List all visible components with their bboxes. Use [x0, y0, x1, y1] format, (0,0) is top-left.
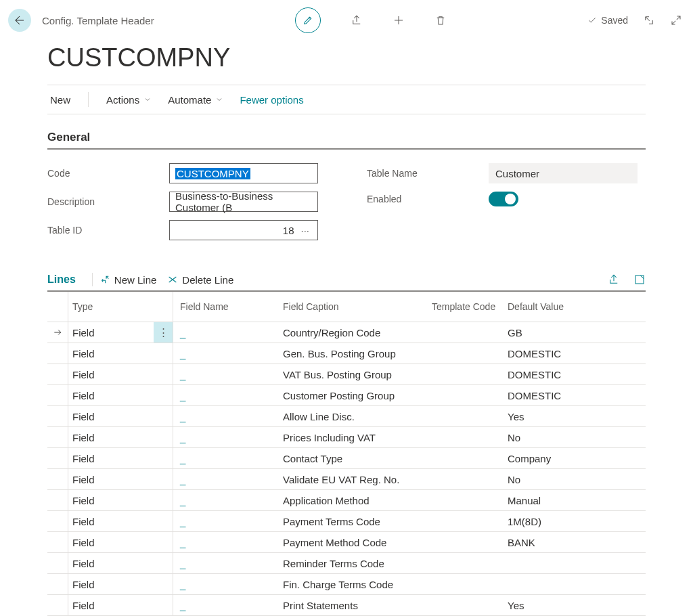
cell-field-caption[interactable]: Prices Including VAT — [282, 432, 432, 443]
col-template-code[interactable]: Template Code — [432, 301, 506, 312]
table-row[interactable]: Field⋮_ Customer Posting GroupDOMESTIC — [47, 385, 646, 406]
lines-expand-button[interactable] — [633, 273, 646, 286]
table-row[interactable]: Field⋮_ Contact TypeCompany — [47, 448, 646, 469]
share-button[interactable] — [351, 14, 363, 26]
row-selector[interactable] — [47, 448, 68, 468]
cell-field-caption[interactable]: Validate EU VAT Reg. No. — [282, 474, 432, 485]
row-menu[interactable]: ⋮ — [154, 322, 173, 343]
cell-field-caption[interactable]: Contact Type — [282, 453, 432, 464]
col-field-name[interactable]: Field Name — [173, 301, 282, 312]
cell-type[interactable]: Field — [68, 474, 154, 485]
row-menu[interactable]: ⋮ — [154, 574, 173, 594]
cell-default-value[interactable]: DOMESTIC — [506, 348, 646, 359]
row-menu[interactable]: ⋮ — [154, 385, 173, 405]
expand-button[interactable] — [670, 14, 682, 26]
cell-type[interactable]: Field — [68, 537, 154, 548]
cell-default-value[interactable]: Company — [506, 453, 646, 464]
cell-field-name[interactable]: _ — [173, 558, 282, 569]
cell-field-caption[interactable]: VAT Bus. Posting Group — [282, 369, 432, 380]
row-selector[interactable] — [47, 406, 68, 426]
cell-type[interactable]: Field — [68, 369, 154, 380]
table-row[interactable]: Field⋮_ Payment Method CodeBANK — [47, 532, 646, 553]
cell-type[interactable]: Field — [68, 390, 154, 401]
lines-delete-line[interactable]: Delete Line — [167, 274, 233, 286]
cell-field-name[interactable]: _ — [173, 474, 282, 485]
row-menu[interactable]: ⋮ — [154, 427, 173, 447]
edit-button[interactable] — [295, 7, 321, 33]
back-button[interactable] — [8, 9, 31, 32]
lookup-button[interactable]: ··· — [298, 225, 312, 236]
col-default-value[interactable]: Default Value — [506, 301, 646, 312]
cell-type[interactable]: Field — [68, 516, 154, 527]
row-menu[interactable]: ⋮ — [154, 595, 173, 615]
cmd-automate[interactable]: Automate — [168, 94, 223, 106]
new-button[interactable] — [393, 14, 405, 26]
table-row[interactable]: Field⋮_ Print StatementsYes — [47, 595, 646, 616]
cell-type[interactable]: Field — [68, 432, 154, 443]
table-row[interactable]: Field⋮_ VAT Bus. Posting GroupDOMESTIC — [47, 364, 646, 385]
row-selector[interactable] — [47, 553, 68, 573]
table-row[interactable]: Field⋮_ Payment Terms Code1M(8D) — [47, 511, 646, 532]
table-row[interactable]: Field⋮_ Allow Line Disc.Yes — [47, 406, 646, 427]
cell-field-caption[interactable]: Fin. Charge Terms Code — [282, 579, 432, 590]
cell-default-value[interactable]: GB — [506, 327, 646, 338]
row-menu[interactable]: ⋮ — [154, 448, 173, 468]
cell-field-caption[interactable]: Payment Method Code — [282, 537, 432, 548]
table-id-input[interactable]: 18 ··· — [169, 220, 318, 240]
table-row[interactable]: Field⋮_ Reminder Terms Code — [47, 553, 646, 574]
cell-type[interactable]: Field — [68, 558, 154, 569]
row-menu[interactable]: ⋮ — [154, 532, 173, 552]
row-menu[interactable]: ⋮ — [154, 364, 173, 384]
description-input[interactable]: Business-to-Business Customer (B — [169, 192, 318, 212]
cell-field-name[interactable]: _ — [173, 390, 282, 401]
cell-field-caption[interactable]: Gen. Bus. Posting Group — [282, 348, 432, 359]
row-selector[interactable] — [47, 427, 68, 447]
cmd-fewer-options[interactable]: Fewer options — [240, 94, 303, 106]
lines-new-line[interactable]: New Line — [99, 274, 157, 286]
row-selector[interactable] — [47, 511, 68, 531]
cell-field-caption[interactable]: Customer Posting Group — [282, 390, 432, 401]
cmd-actions[interactable]: Actions — [106, 94, 152, 106]
enabled-toggle[interactable] — [489, 192, 518, 206]
table-row[interactable]: Field⋮_ Fin. Charge Terms Code — [47, 574, 646, 595]
cell-type[interactable]: Field — [68, 453, 154, 464]
cell-field-name[interactable]: _ — [173, 348, 282, 359]
table-row[interactable]: Field⋮_ Prices Including VATNo — [47, 427, 646, 448]
table-row[interactable]: Field⋮_ Gen. Bus. Posting GroupDOMESTIC — [47, 343, 646, 364]
cell-default-value[interactable]: No — [506, 474, 646, 485]
cell-field-caption[interactable]: Allow Line Disc. — [282, 411, 432, 422]
cell-type[interactable]: Field — [68, 600, 154, 611]
delete-button[interactable] — [434, 14, 447, 26]
row-selector[interactable] — [47, 364, 68, 384]
cell-default-value[interactable]: Manual — [506, 495, 646, 506]
cell-field-caption[interactable]: Print Statements — [282, 600, 432, 611]
row-selector[interactable] — [47, 322, 68, 343]
row-menu[interactable]: ⋮ — [154, 406, 173, 426]
cell-field-name[interactable]: _ — [173, 369, 282, 380]
row-selector[interactable] — [47, 595, 68, 615]
cell-type[interactable]: Field — [68, 495, 154, 506]
cell-field-name[interactable]: _ — [173, 411, 282, 422]
cell-field-name[interactable]: _ — [173, 453, 282, 464]
row-menu[interactable]: ⋮ — [154, 343, 173, 364]
cell-field-name[interactable]: _ — [173, 579, 282, 590]
cell-field-name[interactable]: _ — [173, 600, 282, 611]
cell-default-value[interactable]: Yes — [506, 411, 646, 422]
cell-field-name[interactable]: _ — [173, 432, 282, 443]
row-menu[interactable]: ⋮ — [154, 511, 173, 531]
popout-button[interactable] — [643, 14, 655, 26]
cell-default-value[interactable]: DOMESTIC — [506, 390, 646, 401]
cell-field-caption[interactable]: Reminder Terms Code — [282, 558, 432, 569]
cell-field-name[interactable]: _ — [173, 516, 282, 527]
cmd-new[interactable]: New — [50, 94, 70, 106]
row-menu[interactable]: ⋮ — [154, 553, 173, 573]
row-selector[interactable] — [47, 574, 68, 594]
col-type[interactable]: Type — [68, 301, 154, 312]
cell-field-name[interactable]: _ — [173, 495, 282, 506]
cell-field-name[interactable]: _ — [173, 327, 282, 338]
table-row[interactable]: Field⋮_ Validate EU VAT Reg. No.No — [47, 469, 646, 490]
row-selector[interactable] — [47, 490, 68, 510]
row-selector[interactable] — [47, 343, 68, 364]
cell-field-caption[interactable]: Payment Terms Code — [282, 516, 432, 527]
table-row[interactable]: Field⋮_ Country/Region CodeGB — [47, 322, 646, 343]
